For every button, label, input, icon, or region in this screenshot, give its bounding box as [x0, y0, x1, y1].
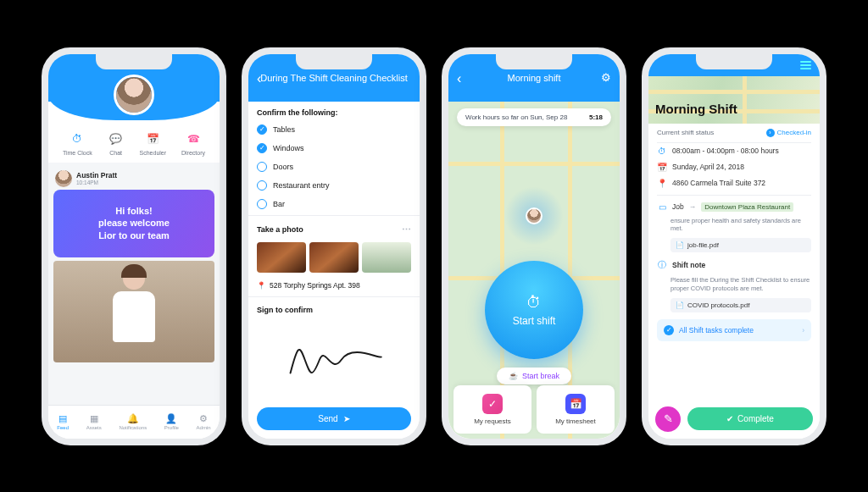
check-icon: ✔ — [726, 414, 733, 423]
file-icon: 📄 — [676, 301, 684, 309]
gear-icon[interactable]: ⚙ — [601, 71, 611, 84]
clock-icon: ⏱ — [69, 130, 86, 147]
phone-checklist: ‹ During The Shift Cleaning Checklist Co… — [242, 47, 426, 445]
file-job-pdf[interactable]: 📄job-file.pdf — [670, 238, 811, 252]
back-icon[interactable]: ‹ — [257, 71, 261, 86]
row-address: 📍4860 Carmela Trail Suite 372 — [648, 175, 820, 191]
grid-icon: ▦ — [90, 413, 98, 424]
pencil-icon: ✎ — [664, 412, 673, 425]
signature-area[interactable] — [248, 318, 420, 402]
chevron-right-icon: › — [802, 326, 804, 334]
check-icon: ✓ — [257, 143, 267, 153]
feed-icon: ▤ — [58, 413, 67, 424]
map-area[interactable]: Work hours so far on Sun, Sep 285:18 ⏱ S… — [448, 102, 620, 439]
clock-icon: ⏱ — [657, 146, 667, 156]
start-shift-button[interactable]: ⏱ Start shift — [485, 261, 583, 359]
quick-scheduler[interactable]: 📅Scheduler — [140, 130, 167, 156]
profile-icon: 👤 — [165, 413, 177, 424]
arrow-icon: › — [766, 129, 775, 137]
quick-chat[interactable]: 💬Chat — [108, 130, 125, 156]
back-icon[interactable]: ‹ — [457, 71, 461, 86]
send-button[interactable]: Send➤ — [257, 407, 411, 430]
pin-icon: 📍 — [257, 281, 266, 290]
tab-notifications[interactable]: 🔔Notifications — [119, 413, 147, 430]
device-notch — [96, 54, 172, 69]
map-strip[interactable]: Morning Shift — [648, 76, 820, 124]
menu-icon[interactable] — [800, 61, 811, 69]
card-my-timesheet[interactable]: 📅 My timesheet — [537, 385, 615, 434]
requests-icon: ✓ — [482, 394, 503, 414]
stopwatch-icon: ⏱ — [526, 294, 542, 312]
user-avatar[interactable] — [114, 75, 154, 115]
check-icon: ✓ — [664, 325, 674, 335]
location-pulse — [504, 186, 564, 246]
checklist-item-doors[interactable]: Doors — [248, 158, 420, 176]
checklist-item-entry[interactable]: Restaurant entry — [248, 176, 420, 195]
quick-time-clock[interactable]: ⏱Time Clock — [63, 130, 92, 156]
coffee-icon: ☕ — [509, 372, 518, 380]
tab-assets[interactable]: ▦Assets — [86, 413, 102, 430]
shift-note-text: Please fill the During the Shift Checkli… — [648, 274, 820, 296]
checklist-item-windows[interactable]: ✓Windows — [248, 139, 420, 158]
card-my-requests[interactable]: ✓ My requests — [453, 385, 531, 434]
calendar-icon: 📅 — [657, 163, 667, 172]
phone-feed: ⏱Time Clock 💬Chat 📅Scheduler ☎Directory … — [42, 47, 226, 445]
row-time: ⏱08:00am - 04:00pm · 08:00 hours — [648, 143, 820, 159]
pin-icon: 📍 — [657, 179, 667, 188]
briefcase-icon: ▭ — [657, 202, 667, 212]
check-icon — [257, 180, 267, 191]
row-job: ▭ Job → Downtown Plaza Restaurant — [648, 199, 820, 215]
post-time: 10:14PM — [76, 180, 117, 185]
edit-fab[interactable]: ✎ — [655, 406, 681, 432]
photo-thumb[interactable] — [257, 242, 306, 273]
hours-pill: Work hours so far on Sun, Sep 285:18 — [457, 108, 611, 126]
bell-icon: 🔔 — [127, 413, 139, 424]
file-covid-pdf[interactable]: 📄COVID protocols.pdf — [670, 298, 811, 312]
phone-startshift: ‹ Morning shift ⚙ Work hours so far on S… — [442, 47, 626, 445]
signature-icon — [283, 338, 385, 382]
sliders-icon: ⚙ — [199, 413, 208, 424]
tab-feed[interactable]: ▤Feed — [57, 413, 69, 430]
welcome-line: Lior to our team — [65, 229, 203, 242]
header-title: During The Shift Cleaning Checklist — [260, 73, 407, 83]
quick-directory[interactable]: ☎Directory — [181, 130, 205, 156]
device-notch — [296, 54, 372, 69]
row-shift-note: ⓘShift note — [648, 254, 820, 274]
file-icon: 📄 — [676, 241, 684, 249]
tab-admin[interactable]: ⚙Admin — [197, 413, 211, 430]
waitress-illustration — [104, 268, 164, 352]
photo-thumb[interactable] — [309, 242, 359, 273]
job-chip[interactable]: Downtown Plaza Restaurant — [701, 202, 793, 212]
checklist-item-tables[interactable]: ✓Tables — [248, 120, 420, 139]
bottom-tab-bar: ▤Feed ▦Assets 🔔Notifications 👤Profile ⚙A… — [48, 405, 220, 439]
row-date: 📅Sunday, April 24, 2018 — [648, 159, 820, 175]
header-title: Morning shift — [508, 73, 561, 83]
checklist-item-bar[interactable]: Bar — [248, 195, 420, 213]
more-icon[interactable]: ⋯ — [402, 224, 411, 235]
device-notch — [696, 54, 772, 69]
tasks-complete-bar[interactable]: ✓ All Shift tasks complete › — [657, 319, 811, 341]
info-icon: ⓘ — [657, 259, 667, 271]
hours-value: 5:18 — [589, 113, 603, 121]
check-icon — [257, 162, 267, 172]
photo-section-label: Take a photo — [257, 225, 303, 234]
welcome-line: please welcome — [65, 217, 203, 229]
complete-button[interactable]: ✔Complete — [687, 407, 813, 430]
feed-photo[interactable] — [53, 261, 214, 362]
confirm-label: Confirm the following: — [248, 102, 420, 120]
post-header: Austin Pratt 10:14PM — [53, 168, 214, 190]
phone-icon: ☎ — [185, 130, 202, 147]
status-row: Current shift status ›Checked-in — [648, 124, 820, 142]
user-pin-avatar — [526, 207, 542, 224]
check-icon — [257, 199, 267, 209]
calendar-icon: 📅 — [144, 130, 161, 147]
post-author-avatar[interactable] — [55, 170, 72, 187]
phone-shift-detail: Morning Shift Current shift status ›Chec… — [642, 47, 826, 445]
welcome-card[interactable]: Hi folks! please welcome Lior to our tea… — [53, 190, 214, 258]
tab-profile[interactable]: 👤Profile — [164, 413, 179, 430]
post-author-name: Austin Pratt — [76, 171, 117, 180]
photo-thumbnails — [248, 239, 420, 276]
bottom-cards: ✓ My requests 📅 My timesheet — [448, 380, 620, 439]
check-icon: ✓ — [257, 124, 267, 135]
photo-thumb[interactable] — [362, 242, 411, 273]
